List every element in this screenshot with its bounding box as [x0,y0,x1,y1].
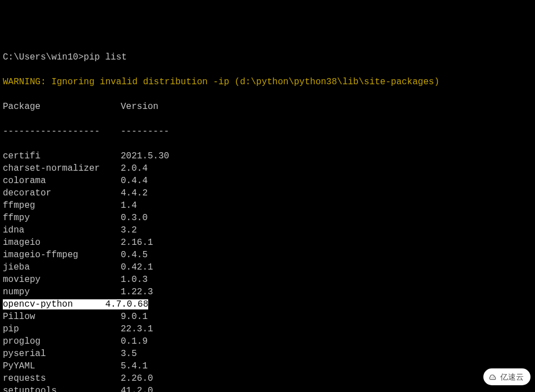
package-name: pyserial [3,348,121,360]
package-list: certifi2021.5.30charset-normalizer2.0.4c… [3,150,532,392]
package-name: ffmpeg [3,199,121,212]
divider-col2: --------- [121,126,169,136]
package-version: 1.0.3 [121,275,148,285]
svg-point-0 [492,377,493,378]
table-row: requests2.26.0 [3,372,532,385]
table-row: imageio-ffmpeg0.4.5 [3,249,532,261]
table-row: pyserial3.5 [3,348,532,360]
table-divider: --------------------------- [3,125,532,138]
package-version: 0.4.4 [121,176,148,186]
package-name: decorator [3,187,121,199]
package-version: 9.0.1 [121,312,148,322]
package-name: imageio [3,236,121,249]
package-version: 0.1.9 [121,336,148,347]
package-name: jieba [3,261,121,274]
table-row: decorator4.4.2 [3,187,532,199]
cloud-icon [488,372,498,382]
package-version: 0.4.5 [121,250,148,260]
package-name: pip [3,323,121,335]
warning-line-top: WARNING: Ignoring invalid distribution -… [3,76,532,88]
package-version: 5.4.1 [121,361,148,371]
package-version: 22.3.1 [121,324,153,334]
package-name: charset-normalizer [3,162,121,175]
package-name: numpy [3,286,121,298]
table-row: moviepy1.0.3 [3,274,532,286]
package-name: Pillow [3,311,121,323]
package-version: 1.22.3 [121,287,153,297]
divider-col1: ------------------ [3,125,121,138]
package-version: 3.2 [121,225,137,235]
table-row: Pillow9.0.1 [3,311,532,323]
package-name: imageio-ffmpeg [3,249,121,261]
table-row: numpy1.22.3 [3,286,532,298]
table-row: charset-normalizer2.0.4 [3,162,532,175]
highlighted-row: opencv-python 4.7.0.68 [3,299,148,309]
package-name: setuptools [3,385,121,392]
package-version: 0.42.1 [121,262,153,272]
table-row: setuptools41.2.0 [3,385,532,392]
package-name: requests [3,372,121,385]
watermark-text: 亿速云 [500,371,524,383]
table-row: imageio2.16.1 [3,236,532,249]
package-version: 2021.5.30 [121,151,169,161]
table-row: pip22.3.1 [3,323,532,335]
table-row: jieba0.42.1 [3,261,532,274]
package-version: 3.5 [121,349,137,359]
header-package: Package [3,101,121,113]
package-name: ffmpy [3,212,121,224]
table-row: proglog0.1.9 [3,335,532,348]
table-row: certifi2021.5.30 [3,150,532,162]
table-header: PackageVersion [3,101,532,113]
table-row: opencv-python 4.7.0.68 [3,298,532,311]
table-row: ffmpeg1.4 [3,199,532,212]
package-name: colorama [3,175,121,187]
table-row: idna3.2 [3,224,532,236]
package-name: proglog [3,335,121,348]
header-version: Version [121,102,158,112]
package-name: moviepy [3,274,121,286]
table-row: colorama0.4.4 [3,175,532,187]
package-version: 0.3.0 [121,213,148,223]
package-version: 1.4 [121,200,137,211]
table-row: PyYAML5.4.1 [3,360,532,372]
command-prompt-line: C:\Users\win10>pip list [3,51,532,63]
package-version: 41.2.0 [121,386,153,392]
watermark-badge: 亿速云 [483,368,531,385]
table-row: ffmpy0.3.0 [3,212,532,224]
package-version: 4.4.2 [121,188,148,198]
package-version: 2.16.1 [121,238,153,248]
package-name: PyYAML [3,360,121,372]
package-name: idna [3,224,121,236]
package-name: certifi [3,150,121,162]
package-version: 2.26.0 [121,373,153,384]
package-version: 2.0.4 [121,163,148,174]
svg-point-1 [493,377,495,378]
